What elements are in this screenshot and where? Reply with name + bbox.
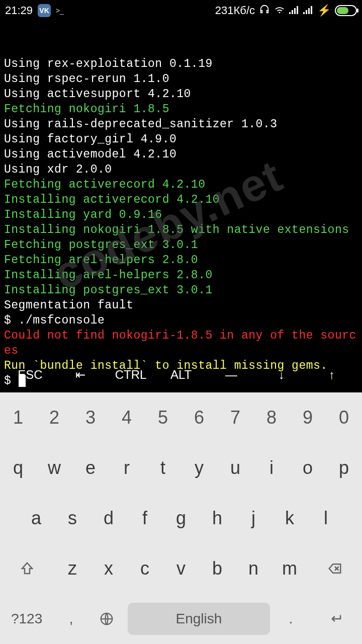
svg-rect-1 [292, 10, 293, 14]
wifi-icon [274, 4, 285, 18]
key-a[interactable]: a [18, 493, 54, 543]
terminal-line: Using rex-exploitation 0.1.19 [4, 56, 358, 71]
key-g[interactable]: g [163, 493, 199, 543]
cursor[interactable] [19, 375, 26, 387]
svg-rect-7 [311, 6, 312, 14]
keyboard-row-1: qwertyuiop [0, 443, 362, 493]
terminal-line: $ ./msfconsole [4, 313, 358, 328]
key-y[interactable]: y [181, 443, 217, 493]
signal-icon-2 [303, 5, 313, 17]
key-x[interactable]: x [90, 543, 127, 594]
status-time: 21:29 [5, 4, 33, 17]
terminal-line: Run `bundle install` to install missing … [4, 358, 358, 373]
terminal-line: Using rspec-rerun 1.1.0 [4, 71, 358, 87]
key-b[interactable]: b [199, 543, 235, 594]
symbol-mode-key[interactable]: ?123 [0, 594, 53, 644]
terminal-line: Fetching arel-helpers 2.8.0 [4, 253, 358, 268]
terminal-line: Installing nokogiri 1.8.5 with native ex… [4, 222, 358, 237]
key-l[interactable]: l [308, 493, 344, 543]
key-h[interactable]: h [199, 493, 235, 543]
backspace-key[interactable] [308, 543, 362, 594]
spacebar[interactable]: English [128, 603, 270, 635]
net-speed: 231Кб/с [215, 4, 255, 17]
headset-icon [259, 4, 270, 18]
svg-rect-4 [303, 12, 305, 14]
key-v[interactable]: v [163, 543, 199, 594]
status-right: 231Кб/с ⚡ [215, 4, 357, 18]
signal-icon [289, 5, 299, 17]
terminal-line: Using activemodel 4.2.10 [4, 147, 358, 162]
key-r[interactable]: r [109, 443, 145, 493]
keyboard-row-2: asdfghjkl [0, 493, 362, 543]
svg-rect-2 [294, 8, 296, 14]
terminal-line: Installing postgres_ext 3.0.1 [4, 283, 358, 298]
comma-key[interactable]: , [53, 594, 89, 644]
svg-rect-6 [308, 8, 310, 14]
key-k[interactable]: k [272, 493, 308, 543]
period-key[interactable]: . [273, 594, 309, 644]
key-d[interactable]: d [90, 493, 127, 543]
svg-rect-5 [306, 10, 307, 14]
key-c[interactable]: c [127, 543, 163, 594]
status-left: 21:29 VK >_ [5, 4, 64, 17]
key-o[interactable]: o [290, 443, 326, 493]
soft-keyboard: 1234567890 qwertyuiop asdfghjkl zxcvbnm … [0, 392, 362, 644]
key-u[interactable]: u [217, 443, 253, 493]
shift-key[interactable] [0, 543, 54, 594]
keyboard-row-3: zxcvbnm [0, 543, 362, 594]
terminal-line: Installing arel-helpers 2.8.0 [4, 268, 358, 283]
key-e[interactable]: e [72, 443, 109, 493]
key-j[interactable]: j [235, 493, 272, 543]
key-z[interactable]: z [54, 543, 90, 594]
terminal-line: Using factory_girl 4.9.0 [4, 132, 358, 147]
terminal-line: Fetching activerecord 4.2.10 [4, 177, 358, 192]
terminal-line: Could not find nokogiri-1.8.5 in any of … [4, 328, 358, 358]
terminal-app-icon: >_ [56, 7, 64, 15]
language-key[interactable] [89, 594, 125, 644]
status-bar: 21:29 VK >_ 231Кб/с ⚡ [0, 0, 362, 21]
charging-icon: ⚡ [317, 4, 331, 17]
vk-app-icon: VK [38, 4, 51, 17]
key-m[interactable]: m [272, 543, 308, 594]
terminal-prompt: $ [4, 374, 19, 387]
key-i[interactable]: i [253, 443, 290, 493]
terminal-line: Using rails-deprecated_sanitizer 1.0.3 [4, 117, 358, 132]
terminal-line: Using activesupport 4.2.10 [4, 87, 358, 102]
terminal-line: Fetching nokogiri 1.8.5 [4, 102, 358, 117]
key-f[interactable]: f [127, 493, 163, 543]
terminal-line: Segmentation fault [4, 298, 358, 313]
key-w[interactable]: w [36, 443, 72, 493]
key-s[interactable]: s [54, 493, 90, 543]
battery-icon [335, 5, 357, 16]
key-n[interactable]: n [235, 543, 272, 594]
terminal-line: Installing activerecord 4.2.10 [4, 192, 358, 207]
svg-rect-3 [297, 6, 298, 14]
terminal-line: Using xdr 2.0.0 [4, 162, 358, 177]
terminal-output[interactable]: Using rex-exploitation 0.1.19Using rspec… [0, 21, 362, 357]
key-q[interactable]: q [0, 443, 36, 493]
key-p[interactable]: p [326, 443, 362, 493]
keyboard-bottom-row: ?123 , English . [0, 594, 362, 644]
key-t[interactable]: t [145, 443, 181, 493]
terminal-line: Fetching postgres_ext 3.0.1 [4, 237, 358, 253]
svg-rect-0 [289, 12, 291, 14]
terminal-line: Installing yard 0.9.16 [4, 207, 358, 222]
enter-key[interactable] [309, 594, 362, 644]
